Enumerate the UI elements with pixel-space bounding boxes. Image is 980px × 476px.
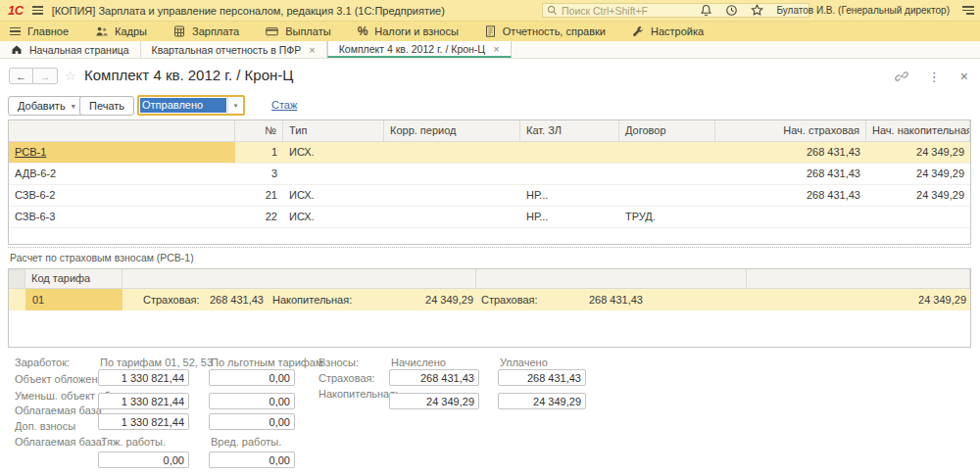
service-menu-icon[interactable] [962, 6, 974, 15]
label-nakopitelnaya: Накопительная: [318, 388, 398, 400]
add-button-label: Добавить [18, 100, 66, 112]
col-header-kod-tarifa[interactable]: Код тарифа [25, 269, 122, 288]
back-button[interactable]: ← [9, 68, 33, 84]
more-menu-icon[interactable]: ⋮ [928, 70, 941, 84]
close-form-icon[interactable]: × [960, 69, 968, 84]
field-tyazh-raboty[interactable] [98, 452, 189, 468]
panel-splitter[interactable] [8, 247, 971, 248]
label-strahovaya: Страховая: [318, 372, 375, 384]
field-umensh-tarif[interactable] [98, 393, 189, 409]
current-user[interactable]: Булатов И.В. (Генеральный директор) [776, 5, 950, 16]
value-strahovaya: 268 431,43 [156, 289, 264, 310]
label-strahovaya-2: Страховая: [481, 289, 538, 310]
cell-korr [384, 207, 520, 227]
label-oblagaemaya-baza: Облагаемая база: [15, 405, 105, 416]
tab-label: Комплект 4 кв. 2012 г. / Крон-Ц [339, 43, 485, 55]
field-strah-nachisleno[interactable] [389, 369, 479, 386]
col-header-strah[interactable]: Нач. страховая [715, 120, 866, 141]
label-dop-vznosy: Доп. взносы [15, 420, 75, 432]
col-header-name[interactable] [9, 120, 235, 141]
cell-dogovor [619, 142, 715, 163]
favorite-star-icon[interactable]: ☆ [65, 69, 76, 83]
tab-close-icon[interactable]: × [493, 43, 499, 55]
label-vred-raboty: Вред. работы. [211, 436, 281, 448]
combobox-dropdown-icon[interactable]: ▾ [227, 97, 243, 114]
field-obekt-tarif[interactable] [98, 369, 189, 386]
form-name-link[interactable]: РСВ-1 [15, 146, 46, 158]
field-strah-uplacheno[interactable] [498, 369, 586, 386]
search-icon [547, 5, 558, 16]
detail-form: Заработок: По тарифам 01, 52, 53 По льго… [0, 348, 980, 476]
table-row[interactable]: СЗВ-6-2 21 ИСХ. НР... 268 431,43 24 349,… [9, 185, 970, 207]
cell-tariff-code: 01 [25, 289, 122, 310]
field-baza-lgot[interactable] [209, 413, 295, 430]
form-titlebar: ← → ☆ Комплект 4 кв. 2012 г. / Крон-Ц ⋮ … [0, 59, 980, 94]
label-nakopitelnaya: Накопительная: [272, 289, 352, 310]
menu-item-kadry[interactable]: Кадры [95, 25, 147, 37]
tab-home-page[interactable]: Начальная страница [0, 41, 140, 58]
cell-korr [384, 164, 520, 184]
table-row[interactable]: АДВ-6-2 3 268 431,43 24 349,29 [9, 164, 970, 185]
cell-strah [715, 207, 866, 227]
print-button[interactable]: Печать [79, 96, 134, 116]
window-titlebar: 1С [КОПИЯ] Зарплата и управление персона… [0, 0, 980, 21]
stazh-link[interactable]: Стаж [271, 99, 297, 111]
history-icon[interactable] [725, 4, 738, 17]
field-umensh-lgot[interactable] [209, 393, 295, 409]
cell-tip [283, 164, 384, 184]
header-nachisleno: Начислено [391, 357, 446, 368]
col-header-empty [122, 269, 476, 288]
col-header-nakop[interactable]: Нач. накопительная [866, 120, 970, 141]
col-header-num[interactable]: № [235, 120, 283, 141]
rsv-table-row[interactable]: 01 Страховая: 268 431,43 Накопительная: … [9, 289, 970, 310]
forward-button[interactable]: → [33, 68, 58, 84]
cell-kat [520, 164, 619, 184]
app-window: 1С [КОПИЯ] Зарплата и управление персона… [0, 0, 980, 476]
menu-item-nalogi[interactable]: % Налоги и взносы [358, 24, 459, 38]
table-row[interactable]: СЗВ-6-3 22 ИСХ. НР... ТРУД. [9, 207, 970, 228]
menu-item-vyplaty[interactable]: Выплаты [266, 25, 330, 37]
percent-icon: % [358, 24, 368, 38]
field-vred-raboty[interactable] [209, 452, 295, 468]
value-nakopitelnaya: 24 349,29 [368, 289, 473, 310]
menu-item-nastroyka[interactable]: Настройка [632, 25, 704, 37]
menu-label: Кадры [115, 25, 147, 37]
open-windows-tabbar: Начальная страница Квартальная отчетност… [0, 41, 980, 59]
status-combobox[interactable]: Отправлено ▾ [137, 95, 245, 116]
status-value: Отправлено [140, 98, 226, 113]
tab-kvartalnaya-otchetnost[interactable]: Квартальная отчетность в ПФР × [140, 41, 327, 58]
forms-table: № Тип Корр. период Кат. ЗЛ Договор Нач. … [8, 119, 971, 245]
forms-table-header: № Тип Корр. период Кат. ЗЛ Договор Нач. … [9, 120, 970, 142]
menu-label: Главное [27, 25, 69, 37]
get-link-icon[interactable] [895, 70, 908, 83]
label-tyazh-raboty: Тяж. работы. [101, 436, 166, 448]
cell-strah: 268 431,43 [715, 142, 866, 163]
rsv-section-label: Расчет по страховым взносам (РСВ-1) [10, 252, 194, 263]
field-nakop-uplacheno[interactable] [498, 393, 586, 409]
col-header-kat[interactable]: Кат. ЗЛ [520, 120, 619, 141]
col-header-dogovor[interactable]: Договор [619, 120, 715, 141]
tab-close-icon[interactable]: × [309, 44, 315, 56]
table-row[interactable]: РСВ-1 1 ИСХ. 268 431,43 24 349,29 [9, 142, 970, 164]
cell-korr [384, 185, 520, 206]
cell-nakop: 24 349,29 [866, 185, 970, 206]
favorites-star-icon[interactable] [751, 4, 763, 17]
menu-item-zarplata[interactable]: Зарплата [173, 25, 239, 37]
label-zarabotok: Заработок: [15, 357, 70, 368]
add-button[interactable]: Добавить ▾ [8, 96, 85, 116]
notifications-bell-icon[interactable] [700, 4, 712, 17]
tab-komplekt-active[interactable]: Комплект 4 кв. 2012 г. / Крон-Ц × [327, 41, 512, 58]
field-baza-tarif[interactable] [98, 413, 189, 430]
label-oblagaemaya-baza-2: Облагаемая база: [15, 436, 105, 448]
menu-item-glavnoe[interactable]: Главное [10, 25, 69, 37]
card-icon [266, 25, 278, 37]
field-nakop-nachisleno[interactable] [389, 393, 479, 409]
main-menu-icon[interactable] [32, 6, 43, 15]
col-header-korr[interactable]: Корр. период [384, 120, 520, 141]
menu-item-otchetnost[interactable]: Отчетность, справки [485, 25, 606, 37]
menu-label: Налоги и взносы [374, 25, 459, 37]
cell-kat: НР... [520, 185, 619, 206]
col-header-tip[interactable]: Тип [283, 120, 384, 141]
field-obekt-lgot[interactable] [209, 369, 295, 386]
menu-label: Отчетность, справки [503, 25, 606, 37]
